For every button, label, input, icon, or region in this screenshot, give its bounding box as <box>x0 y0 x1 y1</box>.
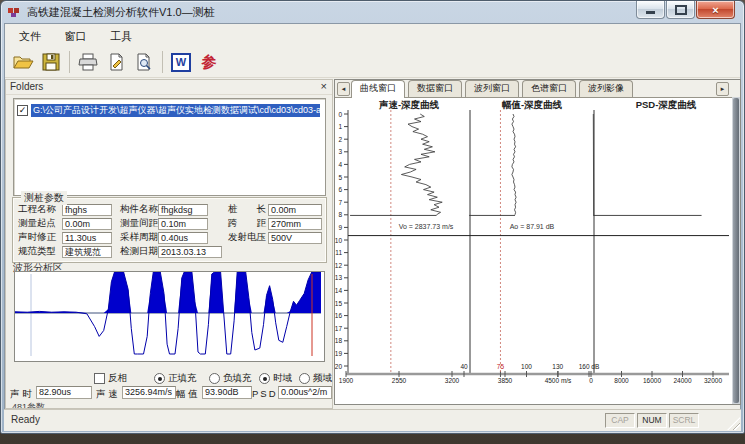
svg-text:幅值-深度曲线: 幅值-深度曲线 <box>502 99 563 110</box>
waveform-box[interactable] <box>14 271 325 362</box>
param-value: 0.10m <box>158 218 208 230</box>
folder-item-checkbox[interactable]: ✓ <box>17 105 28 116</box>
svg-text:16: 16 <box>335 312 342 319</box>
toolbar-separator <box>162 51 163 73</box>
sound-speed-field[interactable]: 3256.94m/s <box>122 386 176 399</box>
scrollbar-thumb[interactable] <box>733 98 739 403</box>
folder-item[interactable]: ✓ G:\公司产品设计开发\超声仪器\超声仪实地检测数据调试\cd\cd03\c… <box>17 104 323 117</box>
amplitude-field[interactable]: 93.90dB <box>202 386 252 399</box>
radio-selected-icon <box>259 373 270 384</box>
param-value: 0.00m <box>268 204 322 216</box>
svg-text:14: 14 <box>335 287 342 294</box>
menu-tools[interactable]: 工具 <box>105 27 137 46</box>
svg-text:12: 12 <box>335 262 342 269</box>
param-label: 发射电压 <box>228 231 268 244</box>
param-value: 0.00m <box>62 218 112 230</box>
svg-text:PSD-深度曲线: PSD-深度曲线 <box>636 99 697 110</box>
window-title: 高铁建混凝土检测分析软件V1.0—测桩 <box>27 5 215 20</box>
param-value: 11.30us <box>62 232 112 244</box>
svg-text:6: 6 <box>338 186 342 193</box>
svg-text:18: 18 <box>335 337 342 344</box>
tab-wavetrain-window[interactable]: 波列窗口 <box>465 80 519 97</box>
svg-text:3850: 3850 <box>498 377 513 384</box>
tab-scroll-left-icon[interactable]: ◄ <box>337 82 350 96</box>
tab-curve-window[interactable]: 曲线窗口 <box>351 80 405 98</box>
svg-text:17: 17 <box>335 325 342 332</box>
menu-file[interactable]: 文件 <box>14 27 46 46</box>
print-setup-button[interactable] <box>103 49 129 75</box>
word-export-button[interactable]: W <box>168 49 194 75</box>
freq-domain-radio[interactable]: 频域 <box>299 372 332 385</box>
chart-tabstrip: ◄ 曲线窗口 数据窗口 波列窗口 色谱窗口 波列影像 ► <box>335 80 740 98</box>
page-setup-icon <box>107 53 125 71</box>
param-label: 桩 长 <box>228 203 268 216</box>
svg-text:15: 15 <box>335 300 342 307</box>
fill-negative-radio[interactable]: 负填充 <box>209 372 252 385</box>
chart-vertical-scrollbar[interactable] <box>732 97 740 404</box>
maximize-button[interactable] <box>666 1 695 19</box>
open-button[interactable] <box>10 49 36 75</box>
param-value: 2013.03.13 <box>158 246 222 258</box>
param-value: 500V <box>268 232 322 244</box>
caps-lock-indicator: CAP <box>605 413 635 428</box>
svg-text:0: 0 <box>589 377 593 384</box>
svg-text:1: 1 <box>338 123 342 130</box>
sound-speed-label: 声 速 <box>96 388 118 401</box>
word-icon: W <box>171 53 191 72</box>
svg-text:8: 8 <box>338 211 342 218</box>
resize-grip[interactable] <box>727 417 740 430</box>
app-icon <box>8 6 22 18</box>
svg-text:32000: 32000 <box>704 377 722 384</box>
fill-negative-label: 负填充 <box>223 372 252 385</box>
param-label: 声时修正 <box>18 231 62 244</box>
svg-text:声速-深度曲线: 声速-深度曲线 <box>378 99 440 110</box>
open-folder-icon <box>13 53 34 71</box>
window-controls: × <box>635 1 735 19</box>
radio-icon <box>299 373 310 384</box>
save-button[interactable] <box>38 49 64 75</box>
depth-curves-chart[interactable]: 声速-深度曲线幅值-深度曲线PSD-深度曲线012345678910111213… <box>335 97 732 402</box>
params-button[interactable]: 参 <box>196 49 222 75</box>
svg-text:8000: 8000 <box>614 377 629 384</box>
folders-panel-header: Folders × <box>6 80 332 95</box>
titlebar[interactable]: 高铁建混凝土检测分析软件V1.0—测桩 × <box>1 1 744 23</box>
menu-window[interactable]: 窗口 <box>59 27 91 46</box>
svg-text:160 dB: 160 dB <box>579 363 600 370</box>
time-domain-radio[interactable]: 时域 <box>259 372 292 385</box>
tab-data-window[interactable]: 数据窗口 <box>408 80 462 97</box>
statusbar: Ready CAP NUM SCRL <box>4 409 741 431</box>
invert-checkbox[interactable]: 反相 <box>94 372 127 385</box>
svg-text:2550: 2550 <box>392 377 407 384</box>
fill-positive-radio[interactable]: 正填充 <box>154 372 197 385</box>
svg-text:10: 10 <box>335 237 342 244</box>
close-button[interactable]: × <box>696 1 735 19</box>
svg-text:16000: 16000 <box>643 377 661 384</box>
print-button[interactable] <box>75 49 101 75</box>
status-indicators: CAP NUM SCRL <box>605 413 699 428</box>
svg-text:13: 13 <box>335 274 342 281</box>
print-preview-button[interactable] <box>131 49 157 75</box>
param-label: 采样周期 <box>120 231 158 244</box>
sound-time-field[interactable]: 82.90us <box>36 386 92 399</box>
amplitude-label: 幅 值 <box>176 388 198 401</box>
waveform-controls: 反相 正填充 负填充 时域 频域 <box>6 372 332 385</box>
svg-text:3200: 3200 <box>445 377 460 384</box>
psd-field[interactable]: 0.00us^2/m <box>278 386 332 399</box>
radio-selected-icon <box>154 373 165 384</box>
num-lock-indicator: NUM <box>637 413 667 428</box>
param-label: 检测日期 <box>120 245 158 258</box>
tab-scroll-right-icon[interactable]: ► <box>716 82 729 96</box>
preview-icon <box>135 53 153 71</box>
readout-fields: 声 时 82.90us 声 速 3256.94m/s 幅 值 93.90dB P… <box>6 386 332 400</box>
param-value: 270mm <box>268 218 322 230</box>
minimize-button[interactable] <box>636 1 665 19</box>
printer-icon <box>78 53 98 71</box>
folders-close-icon[interactable]: × <box>321 80 327 92</box>
svg-text:Vo = 2837.73 m/s: Vo = 2837.73 m/s <box>399 223 454 230</box>
folder-item-path: G:\公司产品设计开发\超声仪器\超声仪实地检测数据调试\cd\cd03\cd0… <box>31 104 320 117</box>
folder-list[interactable]: ✓ G:\公司产品设计开发\超声仪器\超声仪实地检测数据调试\cd\cd03\c… <box>13 98 326 196</box>
tab-spectrum-window[interactable]: 色谱窗口 <box>522 80 576 97</box>
checkbox-icon <box>94 373 105 384</box>
status-text: Ready <box>11 414 40 425</box>
tab-wavetrain-image[interactable]: 波列影像 <box>579 80 633 97</box>
